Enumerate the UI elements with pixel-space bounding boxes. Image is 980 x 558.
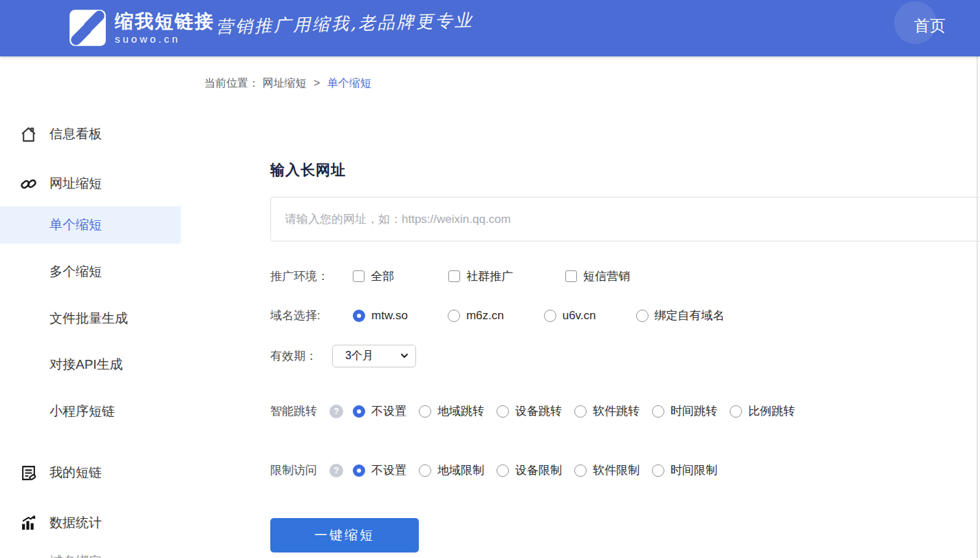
radio-unchecked-icon[interactable] (448, 310, 460, 322)
radio-checked-icon[interactable] (353, 310, 365, 322)
app-header: 缩我短链接 suowo.cn · 营销推广用缩我,老品牌更专业 首页 (0, 0, 980, 56)
sidebar-subitem-label: 多个缩短 (50, 263, 102, 281)
sidebar-subitem-miniprogram-link[interactable]: 小程序短链 (0, 398, 181, 425)
promo-option-label: 全部 (371, 268, 394, 284)
restrict-option-label: 软件限制 (593, 462, 640, 478)
restrict-option-region[interactable]: 地域限制 (419, 462, 484, 478)
radio-unchecked-icon[interactable] (544, 310, 556, 322)
sidebar-item-label: 我的短链 (50, 464, 102, 482)
smart-jump-option-device[interactable]: 设备跳转 (497, 403, 562, 419)
domain-option-u6vcn[interactable]: u6v.cn (544, 309, 596, 323)
radio-checked-icon[interactable] (353, 405, 365, 418)
radio-unchecked-icon[interactable] (652, 405, 664, 418)
radio-unchecked-icon[interactable] (497, 405, 509, 418)
breadcrumb-current[interactable]: 单个缩短 (327, 77, 371, 89)
domain-option-custom[interactable]: 绑定自有域名 (636, 308, 725, 323)
sidebar-subitem-label: 单个缩短 (50, 216, 102, 234)
restrict-option-label: 地域限制 (437, 462, 484, 478)
restrict-option-device[interactable]: 设备限制 (497, 462, 562, 478)
radio-unchecked-icon[interactable] (574, 405, 587, 418)
sidebar-item-label: 信息看板 (50, 125, 102, 143)
domain-option-label: u6v.cn (563, 309, 596, 323)
sidebar-item-label: 网址缩短 (50, 175, 102, 193)
domain-option-label: mtw.so (371, 309, 408, 323)
home-icon (19, 125, 37, 143)
logo-text: 缩我短链接 suowo.cn (115, 11, 215, 45)
restrict-option-software[interactable]: 软件限制 (574, 462, 640, 478)
nav-home-link[interactable]: 首页 (914, 15, 946, 36)
radio-checked-icon[interactable] (353, 464, 365, 477)
validity-selected-value: 3个月 (345, 349, 373, 363)
validity-row: 有效期： 3个月 (270, 345, 416, 367)
domain-option-mtwso[interactable]: mtw.so (353, 309, 408, 323)
sidebar-item-url-shorten[interactable]: 网址缩短 (0, 170, 181, 197)
sidebar-item-my-links[interactable]: 我的短链 (0, 459, 181, 486)
radio-unchecked-icon[interactable] (497, 464, 509, 477)
domain-select-row: 域名选择: mtw.so m6z.cn u6v.cn 绑定自有域名 (270, 308, 725, 323)
smart-jump-option-label: 时间跳转 (671, 403, 717, 419)
smart-jump-option-software[interactable]: 软件跳转 (574, 403, 640, 419)
smart-jump-option-label: 比例跳转 (748, 403, 795, 419)
radio-unchecked-icon[interactable] (574, 464, 587, 477)
validity-label: 有效期： (270, 348, 332, 364)
smart-jump-option-label: 地域跳转 (437, 403, 484, 419)
domain-option-label: m6z.cn (466, 309, 504, 323)
header-tagline: · 营销推广用缩我,老品牌更专业 (201, 9, 475, 39)
restrict-option-time[interactable]: 时间限制 (652, 462, 717, 478)
help-question-icon[interactable]: ? (329, 405, 343, 418)
validity-select[interactable]: 3个月 (332, 345, 416, 367)
smart-jump-label: 智能跳转 (270, 403, 317, 419)
breadcrumb-prefix: 当前位置： (204, 77, 259, 89)
smart-jump-option-label: 软件跳转 (593, 403, 640, 419)
domain-select-label: 域名选择: (270, 308, 353, 323)
promo-option-community[interactable]: 社群推广 (448, 268, 513, 284)
sidebar-item-dashboard[interactable]: 信息看板 (0, 120, 181, 148)
smart-jump-option-region[interactable]: 地域跳转 (419, 403, 484, 419)
radio-unchecked-icon[interactable] (730, 405, 742, 418)
sidebar-item-statistics[interactable]: 数据统计 (0, 509, 181, 537)
restrict-access-label: 限制访问 (270, 462, 317, 478)
shorten-submit-button[interactable]: 一键缩短 (270, 518, 419, 552)
checkbox-unchecked-icon[interactable] (353, 270, 364, 282)
smart-jump-option-label: 不设置 (371, 403, 406, 419)
breadcrumb-section[interactable]: 网址缩短 (262, 77, 306, 89)
long-url-input[interactable] (270, 197, 980, 242)
radio-unchecked-icon[interactable] (419, 464, 431, 477)
sidebar-subitem-label: 小程序短链 (50, 403, 115, 420)
smart-jump-option-ratio[interactable]: 比例跳转 (730, 403, 795, 419)
promo-option-label: 社群推广 (466, 268, 513, 284)
radio-unchecked-icon[interactable] (419, 405, 431, 418)
sidebar-subitem-api-generate[interactable]: 对接API生成 (0, 351, 181, 378)
chevron-down-icon (400, 352, 409, 360)
help-question-icon[interactable]: ? (329, 464, 343, 477)
radio-unchecked-icon[interactable] (636, 310, 649, 322)
restrict-option-label: 不设置 (371, 462, 406, 478)
logo-title: 缩我短链接 (115, 11, 215, 32)
smart-jump-option-label: 设备跳转 (515, 403, 562, 419)
sidebar-subitem-label: 文件批量生成 (50, 310, 128, 328)
promo-option-label: 短信营销 (583, 268, 630, 284)
logo[interactable]: 缩我短链接 suowo.cn (69, 9, 215, 47)
smart-jump-option-time[interactable]: 时间跳转 (652, 403, 717, 419)
sidebar-item-domain-bind-cutoff[interactable]: 域名绑定 (0, 552, 181, 558)
breadcrumb: 当前位置： 网址缩短 > 单个缩短 (204, 76, 371, 91)
sidebar-subitem-multi-shorten[interactable]: 多个缩短 (0, 258, 181, 286)
breadcrumb-separator: > (314, 77, 320, 89)
smart-jump-option-none[interactable]: 不设置 (353, 403, 406, 419)
promo-option-sms[interactable]: 短信营销 (565, 268, 630, 284)
checkbox-unchecked-icon[interactable] (565, 270, 577, 282)
scrollbar-track[interactable] (977, 56, 978, 558)
promo-option-all[interactable]: 全部 (353, 268, 394, 284)
restrict-option-none[interactable]: 不设置 (353, 462, 406, 478)
sidebar-item-label: 数据统计 (50, 514, 102, 532)
page-title: 输入长网址 (270, 160, 346, 180)
sidebar-subitem-single-shorten[interactable]: 单个缩短 (0, 206, 181, 244)
link-icon (19, 175, 37, 193)
sidebar-subitem-file-batch[interactable]: 文件批量生成 (0, 305, 181, 332)
bar-chart-icon (19, 514, 37, 532)
suowo-s-logo-icon (69, 9, 107, 47)
radio-unchecked-icon[interactable] (652, 464, 664, 477)
domain-option-m6zcn[interactable]: m6z.cn (448, 309, 504, 323)
document-edit-icon (19, 464, 37, 482)
checkbox-unchecked-icon[interactable] (448, 270, 460, 282)
